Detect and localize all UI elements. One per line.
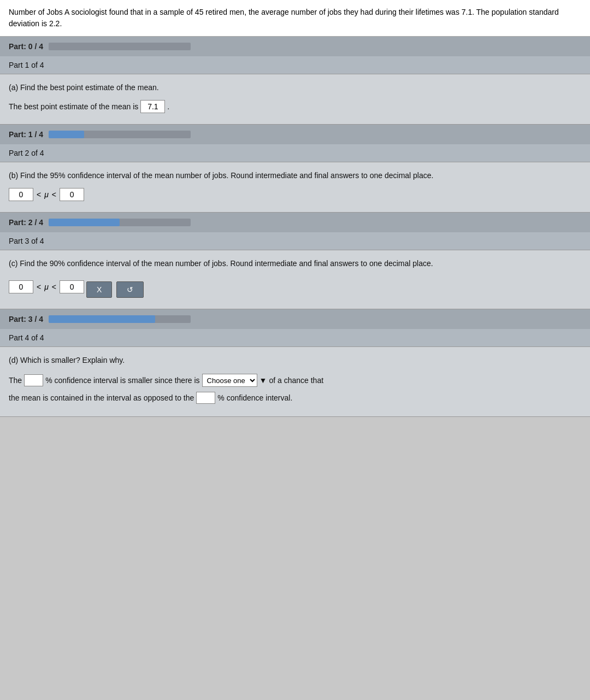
page-container: Number of Jobs A sociologist found that … xyxy=(0,0,590,417)
part-2-progress-label: Part: 2 / 4 xyxy=(9,218,43,227)
part-1-progress-bar-fill xyxy=(49,131,84,138)
part-1-answer-suffix: . xyxy=(167,102,169,111)
part-0-progress-row: Part: 0 / 4 xyxy=(0,37,590,56)
part-4-content: (d) Which is smaller? Explain why. The %… xyxy=(0,347,590,417)
part-2-progress-row: Part: 2 / 4 xyxy=(0,213,590,232)
part-4-d-line1: The % confidence interval is smaller sin… xyxy=(9,373,581,388)
part-4-d-middle: % confidence interval is smaller since t… xyxy=(45,373,199,388)
part-3-content: (c) Find the 90% confidence interval of … xyxy=(0,250,590,309)
part-4-d-dropdown[interactable]: Choose one less more xyxy=(202,374,257,387)
part-3-undo-button[interactable]: ↺ xyxy=(116,281,144,298)
part-1-progress-label: Part: 1 / 4 xyxy=(9,130,43,139)
part-3-question: (c) Find the 90% confidence interval of … xyxy=(9,258,581,269)
part-2-label: Part 2 of 4 xyxy=(9,149,44,157)
part-3-lt1: < xyxy=(37,283,41,291)
part-3-label-row: Part 3 of 4 xyxy=(0,232,590,250)
part-1-question: (a) Find the best point estimate of the … xyxy=(9,82,581,93)
part-4-d-prefix: The xyxy=(9,373,22,388)
part-2-progress-bar-container xyxy=(49,219,191,226)
part-3-progress-bar-container xyxy=(49,315,191,323)
part-2-mu: μ xyxy=(44,190,49,199)
part-0-progress-label: Part: 0 / 4 xyxy=(9,42,43,51)
part-2-lower-input[interactable] xyxy=(9,188,33,201)
part-1-answer-row: The best point estimate of the mean is . xyxy=(9,100,581,113)
part-4-question: (d) Which is smaller? Explain why. xyxy=(9,355,581,366)
part-3-lower-input[interactable] xyxy=(9,280,33,293)
part-1-answer-input[interactable] xyxy=(140,100,165,113)
part-4-label-row: Part 4 of 4 xyxy=(0,329,590,347)
part-2-lt1: < xyxy=(37,190,41,199)
part-4-d-percent-input[interactable] xyxy=(24,374,43,386)
part-2-label-row: Part 2 of 4 xyxy=(0,144,590,162)
part-3-mu: μ xyxy=(44,283,49,291)
part-1-content: (a) Find the best point estimate of the … xyxy=(0,74,590,125)
part-1-label-row: Part 1 of 4 xyxy=(0,56,590,74)
part-4-d-line2-prefix: the mean is contained in the interval as… xyxy=(9,390,194,405)
part-3-label: Part 3 of 4 xyxy=(9,237,44,245)
part-1-answer-prefix: The best point estimate of the mean is xyxy=(9,102,138,111)
problem-header: Number of Jobs A sociologist found that … xyxy=(0,0,590,37)
part-3-progress-label: Part: 3 / 4 xyxy=(9,315,43,323)
part-4-d-percent-input2[interactable] xyxy=(196,392,215,404)
problem-header-text: Number of Jobs A sociologist found that … xyxy=(9,8,559,28)
part-3-progress-row: Part: 3 / 4 xyxy=(0,309,590,329)
part-2-question: (b) Find the 95% confidence interval of … xyxy=(9,170,581,181)
part-3-progress-bar-fill xyxy=(49,315,155,323)
part-2-lt2: < xyxy=(52,190,56,199)
part-1-progress-bar-container xyxy=(49,131,191,138)
part-2-upper-input[interactable] xyxy=(60,188,84,201)
part-4-label: Part 4 of 4 xyxy=(9,333,44,342)
part-1-label: Part 1 of 4 xyxy=(9,61,44,69)
part-4-d-line2-suffix: % confidence interval. xyxy=(217,390,292,405)
part-4-d-line2: the mean is contained in the interval as… xyxy=(9,390,581,405)
part-4-d-suffix: of a chance that xyxy=(269,373,323,388)
part-2-progress-bar-fill xyxy=(49,219,120,226)
part-0-progress-bar-container xyxy=(49,43,191,50)
part-2-answer-row: < μ < xyxy=(9,188,581,201)
part-3-lt2: < xyxy=(52,283,56,291)
part-2-content: (b) Find the 95% confidence interval of … xyxy=(0,162,590,213)
part-4-d-dropdown-arrow-icon: ▼ xyxy=(259,373,267,388)
part-1-progress-row: Part: 1 / 4 xyxy=(0,125,590,144)
part-3-upper-input[interactable] xyxy=(60,280,84,293)
part-3-answer-row: < μ < X ↺ xyxy=(9,276,581,298)
part-3-action-buttons: X ↺ xyxy=(86,281,144,298)
part-3-x-button[interactable]: X xyxy=(86,281,112,298)
